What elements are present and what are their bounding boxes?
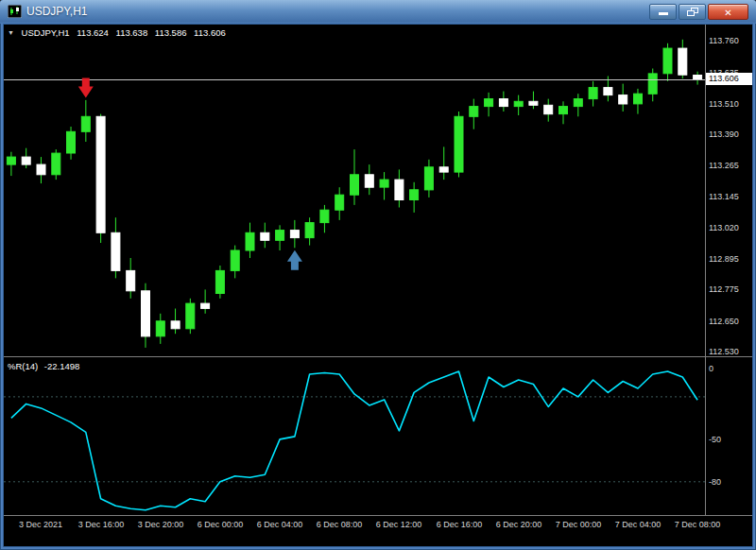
- time-axis-label: 3 Dec 16:00: [78, 520, 125, 529]
- candle-body: [186, 303, 195, 329]
- candle-body: [634, 94, 643, 104]
- candle-body: [351, 175, 359, 195]
- candle-body: [574, 99, 582, 107]
- price-axis-label: 113.265: [709, 161, 739, 170]
- indicator-axis-label: 0: [709, 364, 713, 373]
- time-axis-label: 6 Dec 12:00: [376, 520, 422, 529]
- time-axis-label: 6 Dec 20:00: [496, 520, 542, 529]
- window-title: USDJPY,H1: [26, 5, 87, 18]
- candle-body: [410, 190, 419, 200]
- time-axis-label: 7 Dec 00:00: [556, 520, 602, 529]
- candle-body: [455, 116, 463, 172]
- candle-body: [648, 74, 657, 94]
- collapse-toggle-icon[interactable]: ▼: [8, 29, 14, 36]
- candle-body: [485, 99, 493, 107]
- candle-body: [514, 101, 523, 106]
- candle-body: [215, 270, 224, 293]
- candle-body: [395, 180, 404, 199]
- header-low: 113.586: [155, 27, 187, 38]
- candle-body: [529, 101, 538, 105]
- close-button[interactable]: ✕: [708, 4, 748, 20]
- time-axis-label: 6 Dec 00:00: [198, 520, 244, 529]
- time-axis-label: 6 Dec 16:00: [437, 520, 483, 529]
- candle-body: [679, 48, 687, 75]
- time-axis[interactable]: 3 Dec 20213 Dec 16:003 Dec 20:006 Dec 00…: [4, 516, 705, 546]
- restore-icon-front: [687, 10, 695, 16]
- price-axis-label: 113.020: [709, 223, 739, 232]
- indicator-header: %R(14) -22.1498: [8, 361, 83, 371]
- header-symbol: USDJPY,H1: [22, 27, 70, 38]
- close-icon: ✕: [709, 6, 747, 20]
- candle-body: [663, 48, 672, 74]
- candle-body: [470, 107, 478, 117]
- candle-body: [142, 291, 150, 336]
- indicator-chart-canvas[interactable]: [4, 357, 705, 515]
- candle-body: [335, 195, 344, 210]
- indicator-name: %R(14): [8, 361, 38, 371]
- indicator-axis-label: -50: [709, 435, 721, 444]
- chart-ohlc-header: ▼ USDJPY,H1 113.624 113.638 113.586 113.…: [8, 27, 231, 38]
- candle-body: [305, 223, 314, 238]
- price-axis-label: 112.650: [709, 317, 739, 326]
- candle-body: [67, 131, 76, 153]
- candle-body: [171, 321, 180, 329]
- candle-body: [96, 116, 105, 232]
- candle-body: [22, 157, 30, 164]
- price-axis-label: 113.390: [709, 129, 739, 139]
- candle-body: [261, 232, 269, 240]
- percent-r-line: [11, 371, 697, 510]
- current-price-tag: 113.606: [706, 73, 752, 85]
- candle-body: [52, 153, 60, 175]
- sell-signal-arrow[interactable]: [78, 78, 94, 98]
- price-axis[interactable]: 113.606 113.760113.635113.510113.390113.…: [706, 25, 752, 546]
- minimize-icon: [659, 12, 668, 15]
- candle-body: [127, 270, 135, 290]
- candle-body: [380, 180, 388, 187]
- time-axis-label: 7 Dec 08:00: [675, 520, 721, 529]
- candle-body: [499, 99, 507, 107]
- header-close: 113.606: [194, 27, 226, 38]
- indicator-value: -22.1498: [44, 361, 80, 371]
- price-axis-label: 113.145: [709, 192, 739, 201]
- candle-body: [320, 210, 329, 222]
- candle-body: [7, 157, 15, 164]
- candle-body: [559, 107, 568, 114]
- price-axis-label: 113.510: [709, 99, 739, 109]
- chart-window: USDJPY,H1 ✕ ▼ USDJPY,H1 113.624 113.638 …: [0, 0, 756, 550]
- header-high: 113.638: [116, 27, 148, 38]
- titlebar[interactable]: USDJPY,H1 ✕: [0, 0, 756, 24]
- price-axis-label: 112.775: [709, 284, 739, 294]
- header-open: 113.624: [77, 27, 109, 38]
- buy-signal-arrow[interactable]: [287, 250, 302, 270]
- candle-body: [37, 164, 45, 175]
- time-axis-label: 6 Dec 04:00: [257, 520, 303, 529]
- time-axis-label: 7 Dec 04:00: [615, 520, 662, 529]
- time-axis-label: 3 Dec 2021: [19, 520, 62, 529]
- candle-body: [365, 175, 373, 187]
- candle-body: [619, 95, 627, 104]
- time-axis-label: 3 Dec 20:00: [138, 520, 184, 529]
- chart-icon: [8, 5, 22, 18]
- price-axis-label: 113.760: [709, 36, 739, 45]
- candle-body: [201, 303, 210, 308]
- candle-body: [544, 105, 553, 113]
- candle-body: [81, 116, 90, 131]
- candle-body: [604, 88, 612, 95]
- candle-body: [424, 167, 433, 190]
- main-chart-canvas[interactable]: [4, 25, 705, 356]
- candle-body: [231, 250, 239, 270]
- candle-body: [694, 76, 702, 80]
- price-axis-label: 112.895: [709, 254, 739, 264]
- chart-client-area: ▼ USDJPY,H1 113.624 113.638 113.586 113.…: [4, 25, 752, 546]
- price-axis-label: 112.530: [709, 347, 739, 356]
- candle-body: [589, 88, 597, 99]
- minimize-button[interactable]: [649, 4, 677, 20]
- candle-body: [290, 231, 299, 238]
- indicator-axis-label: -80: [709, 477, 721, 487]
- candle-body: [246, 232, 254, 250]
- restore-button[interactable]: [679, 4, 706, 20]
- candle-body: [439, 167, 448, 172]
- candle-body: [156, 321, 164, 336]
- window-controls: ✕: [649, 4, 748, 20]
- candle-body: [112, 232, 120, 270]
